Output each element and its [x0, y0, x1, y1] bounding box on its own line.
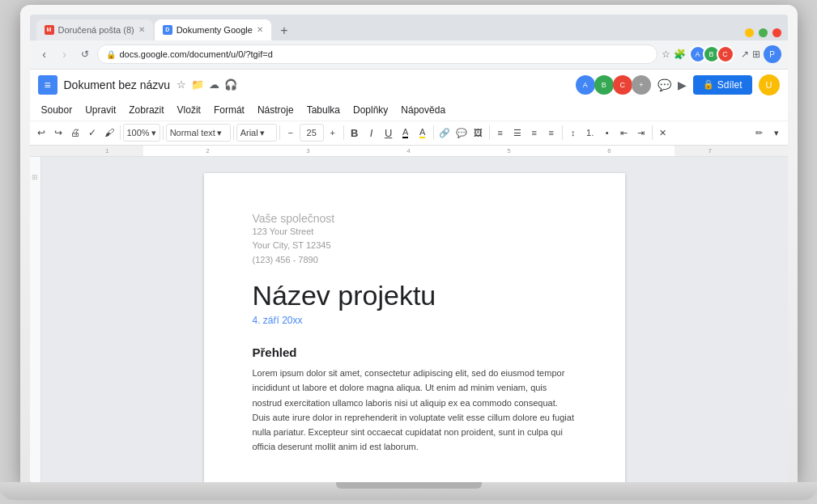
star-icon[interactable]: ☆	[177, 78, 186, 91]
chat-icon[interactable]: 💬	[657, 78, 671, 91]
share-button[interactable]: 🔒 Sdílet	[693, 75, 752, 95]
company-street: 123 Your Street	[253, 225, 577, 239]
edit-mode-button[interactable]: ✏	[751, 125, 768, 141]
text-color-icon: A	[402, 127, 408, 138]
toolbar-divider-7	[489, 125, 490, 140]
docs-app-header: ≡ Dokument bez názvu ☆ 📁 ☁ 🎧 A B C + 💬	[30, 70, 788, 100]
font-size-input[interactable]: 25	[300, 124, 324, 142]
text-color-button[interactable]: A	[398, 125, 414, 141]
avatar-3: C	[717, 45, 734, 63]
main-content-area: ⊞ Vaše společnost 123 Your Street Your C…	[30, 157, 788, 482]
tab-docs-label: Dokumenty Google	[177, 25, 253, 35]
undo-button[interactable]: ↩	[33, 125, 49, 141]
company-name: Vaše společnost	[253, 212, 577, 225]
document-page: Vaše společnost 123 Your Street Your Cit…	[204, 173, 625, 482]
spell-check-button[interactable]: ✓	[84, 125, 100, 141]
document-area: Vaše společnost 123 Your Street Your Cit…	[41, 157, 788, 482]
company-city: Your City, ST 12345	[253, 239, 577, 253]
tab-gmail[interactable]: M Doručená pošta (8) ✕	[36, 19, 153, 40]
ruler: 1234567	[30, 146, 788, 157]
apps-icon[interactable]: ⊞	[752, 49, 760, 60]
menu-tabulka[interactable]: Tabulka	[300, 103, 347, 117]
profile-button[interactable]: P	[764, 45, 781, 63]
align-left-button[interactable]: ≡	[492, 125, 508, 141]
move-to-folder-icon[interactable]: 📁	[191, 78, 204, 91]
menu-upravit[interactable]: Upravit	[79, 103, 122, 117]
forward-button[interactable]: ›	[57, 46, 73, 62]
menu-zobrazit[interactable]: Zobrazit	[122, 103, 170, 117]
tab-gmail-label: Doručená pošta (8)	[58, 25, 134, 35]
doc-title-actions: ☆ 📁 ☁ 🎧	[177, 78, 237, 91]
laptop-bottom-bezel	[0, 482, 817, 500]
image-button[interactable]: 🖼	[470, 125, 487, 141]
menu-soubor[interactable]: Soubor	[35, 103, 79, 117]
back-button[interactable]: ‹	[36, 46, 53, 62]
style-select[interactable]: Normal text ▾	[166, 124, 231, 142]
close-button[interactable]	[772, 28, 781, 37]
comment-button[interactable]: 💬	[453, 125, 470, 141]
menu-doplnky[interactable]: Doplňky	[347, 103, 394, 117]
indent-less-button[interactable]: ⇤	[616, 125, 632, 141]
redo-button[interactable]: ↪	[50, 125, 66, 141]
zoom-select[interactable]: 100% ▾	[123, 124, 160, 142]
tab-docs-close[interactable]: ✕	[257, 25, 263, 34]
bold-button[interactable]: B	[347, 125, 363, 141]
collab-avatars-docs: A B C +	[576, 75, 651, 95]
menu-nastroje[interactable]: Nástroje	[251, 103, 300, 117]
menu-bar: Soubor Upravit Zobrazit Vložit Formát Ná…	[30, 100, 788, 121]
link-button[interactable]: 🔗	[436, 125, 453, 141]
menu-format[interactable]: Formát	[207, 103, 251, 117]
clear-formatting-button[interactable]: ✕	[655, 125, 671, 141]
reload-button[interactable]: ↺	[77, 46, 93, 62]
toolbar-expand-button[interactable]: ▾	[768, 125, 785, 141]
metrics-icon[interactable]: ↗	[741, 49, 749, 60]
paint-format-button[interactable]: 🖌	[101, 125, 117, 141]
sidebar-marker: ⊞	[32, 173, 38, 181]
toolbar-divider-9	[652, 125, 653, 140]
minimize-button[interactable]	[745, 28, 754, 37]
headphones-icon[interactable]: 🎧	[224, 78, 237, 91]
italic-button[interactable]: I	[364, 125, 380, 141]
maximize-button[interactable]	[759, 28, 768, 37]
extension-icon[interactable]: 🧩	[674, 49, 686, 60]
bookmark-icon[interactable]: ☆	[662, 49, 670, 60]
secure-icon: 🔒	[106, 50, 116, 59]
font-select[interactable]: Arial ▾	[236, 124, 277, 142]
browser-action-icons: ☆ 🧩 A B C ↗ ⊞ P	[662, 45, 781, 63]
unordered-list-button[interactable]: •	[599, 125, 615, 141]
ruler-inner: 1234567	[30, 146, 788, 156]
align-center-button[interactable]: ☰	[509, 125, 526, 141]
align-justify-button[interactable]: ≡	[543, 125, 560, 141]
new-tab-button[interactable]: +	[274, 21, 294, 40]
tab-docs[interactable]: D Dokumenty Google ✕	[155, 19, 271, 40]
collab-avatars: A B C	[689, 45, 734, 63]
gmail-favicon: M	[45, 25, 54, 35]
project-title: Název projektu	[253, 280, 577, 311]
company-phone: (123) 456 - 7890	[253, 253, 577, 268]
cloud-saved-icon[interactable]: ☁	[209, 78, 219, 91]
underline-button[interactable]: U	[381, 125, 397, 141]
address-bar: ‹ › ↺ 🔒 docs.google.com/document/u/0/?tg…	[30, 40, 788, 70]
toolbar-divider-4	[279, 125, 280, 140]
project-date: 4. září 20xx	[253, 315, 577, 326]
document-title[interactable]: Dokument bez názvu	[64, 78, 171, 91]
overview-section: Přehled Lorem ipsum dolor sit amet, cons…	[253, 345, 577, 454]
font-size-increase[interactable]: +	[325, 125, 341, 141]
ordered-list-button[interactable]: 1.	[582, 125, 598, 141]
trackpad-indicator	[336, 482, 482, 489]
toolbar-divider-6	[433, 125, 434, 140]
address-input-container[interactable]: 🔒 docs.google.com/document/u/0/?tgif=d	[97, 44, 657, 64]
indent-more-button[interactable]: ⇥	[633, 125, 649, 141]
address-text: docs.google.com/document/u/0/?tgif=d	[120, 49, 273, 59]
user-profile-button[interactable]: U	[759, 74, 780, 95]
company-address: 123 Your Street Your City, ST 12345 (123…	[253, 225, 577, 268]
line-spacing-button[interactable]: ↕	[565, 125, 581, 141]
menu-vlozit[interactable]: Vložit	[171, 103, 207, 117]
present-icon[interactable]: ▶	[678, 78, 687, 91]
tab-gmail-close[interactable]: ✕	[138, 25, 145, 34]
align-right-button[interactable]: ≡	[526, 125, 543, 141]
font-size-decrease[interactable]: −	[283, 125, 299, 141]
highlight-button[interactable]: A	[415, 125, 431, 141]
print-button[interactable]: 🖨	[67, 125, 83, 141]
menu-napoveda[interactable]: Nápověda	[394, 103, 452, 117]
